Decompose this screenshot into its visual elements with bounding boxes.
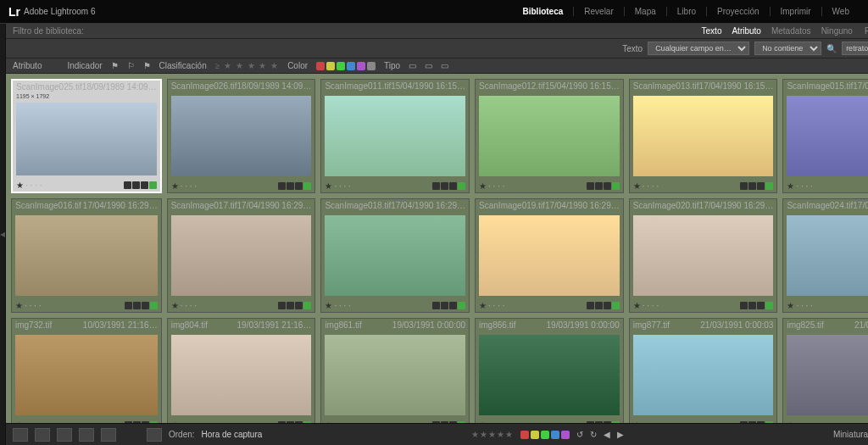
star-icon[interactable]: ★ bbox=[171, 181, 179, 191]
thumb-image bbox=[633, 215, 774, 296]
module-revelar[interactable]: Revelar bbox=[574, 7, 624, 16]
thumb-date: 21/03/1991 0:00:03 bbox=[700, 320, 773, 330]
flag-unflagged-icon[interactable]: ⚐ bbox=[127, 61, 135, 70]
thumbnail-cell[interactable]: ScanImage026.tif18/09/1989 14:09…★· · · … bbox=[167, 79, 316, 193]
thumbnail-cell[interactable]: ScanImage012.tif15/04/1990 16:15…★· · · … bbox=[475, 79, 624, 193]
thumb-date: 18/09/1989 14:09… bbox=[237, 81, 312, 91]
flag-label: Indicador bbox=[67, 61, 102, 70]
toolbar-rating[interactable]: ★★★★★ bbox=[471, 430, 514, 439]
text-rule-select[interactable]: No contiene bbox=[754, 42, 821, 55]
compare-view-button[interactable] bbox=[57, 428, 72, 442]
thumb-badges bbox=[278, 302, 311, 309]
dots: · · · · bbox=[334, 181, 350, 191]
dots: · · · · bbox=[181, 181, 197, 191]
dots: · · · · bbox=[796, 181, 812, 191]
thumb-filename: img877.tif bbox=[633, 320, 670, 330]
people-view-button[interactable] bbox=[101, 428, 116, 442]
type-label: Tipo bbox=[384, 61, 400, 70]
prev-icon[interactable]: ◀ bbox=[604, 430, 610, 439]
color-labels[interactable] bbox=[316, 62, 376, 70]
thumbnail-cell[interactable]: ScanImage025.tif18/09/1989 14:09…1195 × … bbox=[11, 79, 162, 193]
thumb-image bbox=[325, 335, 465, 415]
type-virtual-icon[interactable]: ▭ bbox=[425, 61, 432, 70]
thumb-image bbox=[171, 335, 312, 415]
thumbnail-cell[interactable]: ScanImage020.tif17/04/1990 16:29…★· · · … bbox=[629, 198, 778, 313]
grid-view-button[interactable] bbox=[13, 428, 28, 442]
loupe-view-button[interactable] bbox=[35, 428, 50, 442]
thumb-badges bbox=[740, 302, 773, 309]
module-biblioteca[interactable]: Biblioteca bbox=[513, 7, 575, 16]
bottom-toolbar: Orden: Hora de captura ★★★★★ ↺ ↻ ◀ ▶ Min… bbox=[6, 423, 868, 445]
flag-picked-icon[interactable]: ⚑ bbox=[111, 61, 119, 70]
rotate-cw-icon[interactable]: ↻ bbox=[590, 430, 597, 439]
filter-tabs: TextoAtributoMetadatosNinguno bbox=[697, 26, 858, 36]
thumbnail-cell[interactable]: ScanImage011.tif15/04/1990 16:15…★· · · … bbox=[320, 79, 470, 193]
thumb-image bbox=[16, 103, 157, 175]
star-icon[interactable]: ★ bbox=[787, 301, 794, 310]
thumb-date: 15/04/1990 16:15… bbox=[545, 81, 620, 91]
thumbnail-cell[interactable]: img861.tif19/03/1991 0:00:00★· · · · bbox=[320, 318, 470, 423]
star-icon[interactable]: ★ bbox=[787, 181, 794, 191]
type-video-icon[interactable]: ▭ bbox=[441, 61, 448, 70]
dots: · · · · bbox=[488, 181, 504, 191]
thumbnail-cell[interactable]: img804.tif19/03/1991 21:16…★· · · · bbox=[167, 318, 316, 423]
thumb-filename: ScanImage020.tif bbox=[633, 201, 699, 210]
star-icon[interactable]: ★ bbox=[479, 301, 487, 310]
thumbnail-cell[interactable]: ScanImage024.tif17/04/1990 16:29…★· · · … bbox=[782, 198, 868, 313]
toolbar-colors[interactable] bbox=[520, 431, 570, 439]
filter-tab-metadatos[interactable]: Metadatos bbox=[766, 25, 816, 37]
star-icon[interactable]: ★ bbox=[16, 181, 24, 190]
painter-button[interactable] bbox=[147, 428, 162, 442]
filter-tab-atributo[interactable]: Atributo bbox=[726, 25, 765, 37]
rating-stars[interactable]: ≥ ★ ★ ★ ★ ★ bbox=[215, 61, 279, 70]
text-filter-input[interactable] bbox=[842, 42, 868, 55]
dots: · · · · bbox=[334, 301, 350, 310]
color-none[interactable] bbox=[367, 62, 376, 70]
star-icon[interactable]: ★ bbox=[171, 301, 179, 310]
star-icon[interactable]: ★ bbox=[479, 181, 487, 191]
filter-tab-texto[interactable]: Texto bbox=[697, 25, 727, 37]
rotate-ccw-icon[interactable]: ↺ bbox=[576, 430, 583, 439]
color-red[interactable] bbox=[316, 62, 325, 70]
star-icon[interactable]: ★ bbox=[633, 301, 641, 310]
rating-label: Clasificación bbox=[159, 61, 207, 70]
color-purple[interactable] bbox=[357, 62, 365, 70]
thumb-image bbox=[633, 335, 774, 415]
module-mapa[interactable]: Mapa bbox=[625, 7, 667, 16]
thumbnail-cell[interactable]: img877.tif21/03/1991 0:00:03★· · · · bbox=[629, 318, 778, 423]
text-field-select[interactable]: Cualquier campo en… bbox=[648, 42, 749, 55]
star-icon[interactable]: ★ bbox=[325, 181, 332, 191]
survey-view-button[interactable] bbox=[79, 428, 94, 442]
thumbnail-cell[interactable]: ScanImage019.tif17/04/1990 16:29…★· · · … bbox=[475, 198, 624, 313]
thumbnail-cell[interactable]: img825.tif21/03/1991 0:00:03★· · · · bbox=[782, 318, 868, 423]
thumbnail-cell[interactable]: ScanImage016.tif17/04/1990 16:29…★· · · … bbox=[11, 198, 162, 313]
type-master-icon[interactable]: ▭ bbox=[409, 61, 416, 70]
star-icon[interactable]: ★ bbox=[325, 301, 332, 310]
thumbnail-cell[interactable]: ScanImage013.tif17/04/1990 16:15…★· · · … bbox=[629, 79, 778, 193]
sort-value[interactable]: Hora de captura bbox=[202, 430, 263, 439]
module-web[interactable]: Web bbox=[822, 7, 860, 16]
play-icon[interactable]: ▶ bbox=[617, 430, 624, 439]
text-filter-row: Texto Cualquier campo en… No contiene 🔍 … bbox=[6, 39, 868, 58]
star-icon[interactable]: ★ bbox=[633, 181, 641, 191]
module-imprimir[interactable]: Imprimir bbox=[771, 7, 822, 16]
color-yellow[interactable] bbox=[326, 62, 335, 70]
thumb-filename: ScanImage012.tif bbox=[479, 81, 545, 91]
color-blue[interactable] bbox=[347, 62, 355, 70]
color-green[interactable] bbox=[337, 62, 345, 70]
thumbnail-cell[interactable]: img732.tif10/03/1991 21:16…★· · · · bbox=[11, 318, 162, 423]
thumbnail-cell[interactable]: ScanImage017.tif17/04/1990 16:29…★· · · … bbox=[167, 198, 316, 313]
thumbnail-cell[interactable]: ScanImage018.tif17/04/1990 16:29…★· · · … bbox=[320, 198, 470, 313]
thumbnail-cell[interactable]: ScanImage015.tif17/04/1990 16:15…★· · · … bbox=[782, 79, 868, 193]
star-icon[interactable]: ★ bbox=[15, 301, 23, 310]
filter-tab-ninguno[interactable]: Ninguno bbox=[816, 25, 858, 37]
thumbnail-cell[interactable]: img866.tif19/03/1991 0:00:00★· · · · bbox=[475, 318, 624, 423]
module-proyección[interactable]: Proyección bbox=[707, 7, 770, 16]
filter-preset[interactable]: Filtro a me… bbox=[865, 26, 868, 36]
thumb-image bbox=[325, 215, 465, 296]
flag-rejected-icon[interactable]: ⚑ bbox=[143, 61, 151, 70]
thumb-image bbox=[479, 96, 620, 176]
attribute-filter-row: Atributo Indicador ⚑ ⚐ ⚑ Clasificación ≥… bbox=[6, 58, 868, 74]
thumb-dimensions: 1195 × 1792 bbox=[13, 93, 160, 99]
module-libro[interactable]: Libro bbox=[667, 7, 707, 16]
